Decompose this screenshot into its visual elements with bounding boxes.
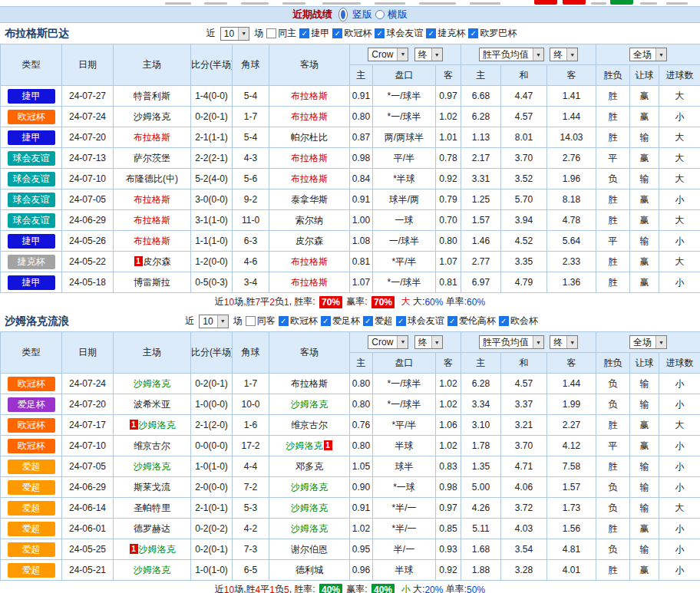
ah-home-odds: 0.84: [350, 169, 373, 189]
layout-label-horizontal[interactable]: 横版: [388, 8, 408, 21]
summary-row: 近10场,胜4平1负5, 胜率: 40% 赢率: 40% 小 大:20% 单率:…: [0, 581, 700, 593]
home-team-cell: 1沙姆洛克: [114, 539, 191, 560]
league-filter-checkbox[interactable]: ✓捷克杯: [426, 27, 465, 40]
red-card-icon: 1: [130, 544, 138, 554]
col-header-date: 日期: [62, 332, 114, 374]
league-cell: 爱超: [1, 456, 62, 477]
europe-time-select[interactable]: 终▼: [550, 48, 578, 61]
euro-away-odds: 1.44: [547, 374, 596, 394]
league-filter-checkbox[interactable]: ✓欧会杯: [499, 315, 538, 328]
match-date: 24-07-10: [62, 169, 114, 189]
checkbox-icon: ✓: [468, 28, 478, 38]
score-cell: 2-1(2-0): [191, 415, 233, 436]
result-goals: 小: [659, 231, 700, 252]
checkbox-icon: ✓: [363, 316, 373, 326]
result-wdl: 平: [596, 436, 630, 456]
result-wdl: 平: [596, 231, 630, 252]
euro-away-odds: 1.99: [547, 394, 596, 415]
europe-odds-select[interactable]: 胜平负均值▼: [479, 48, 544, 61]
odds-time-select[interactable]: 终▼: [414, 48, 443, 61]
select-value: Crow: [371, 337, 393, 348]
checkbox-icon: [266, 28, 276, 38]
home-team-cell: 布拉格斯: [114, 210, 191, 231]
same-venue-checkbox[interactable]: 同客: [246, 315, 276, 328]
ah-handicap: 两/两球半: [373, 127, 436, 148]
col-header-home: 主场: [114, 332, 191, 374]
match-row: 捷甲 24-05-18 博雷斯拉 0-5(0-3) 3-4 布拉格斯 1.07 …: [1, 272, 700, 293]
games-label: 场: [254, 27, 263, 40]
team-name: 布拉格斯: [134, 215, 170, 226]
result-goals: 小: [659, 436, 700, 456]
team-name: 帕尔杜比: [291, 132, 328, 143]
checkbox-icon: ✓: [299, 28, 309, 38]
league-filter-checkbox[interactable]: ✓球会友谊: [396, 315, 444, 328]
match-date: 24-07-20: [62, 127, 114, 148]
team-name-title: 沙姆洛克流浪: [5, 315, 69, 328]
scope-select[interactable]: 全场▼: [629, 335, 667, 349]
team-name: 布拉格斯: [291, 173, 328, 184]
summary-text: [396, 297, 401, 308]
league-badge: 捷甲: [8, 89, 55, 104]
league-filter-checkbox[interactable]: ✓爱伦高杯: [447, 315, 496, 328]
games-label: 场: [233, 315, 243, 328]
match-count-select[interactable]: 10▼: [199, 315, 228, 328]
layout-label-vertical[interactable]: 竖版: [352, 8, 372, 21]
odds-company-select[interactable]: Crow▼: [368, 48, 408, 61]
col-header-eu-away: 客: [547, 65, 596, 86]
result-handicap: 赢: [630, 252, 659, 272]
ah-home-odds: 0.80: [350, 436, 373, 456]
league-cell: 爱超: [1, 560, 62, 581]
league-filter-checkbox[interactable]: ✓爱足杯: [321, 315, 360, 328]
corner-cell: 3-4: [233, 272, 269, 293]
team-name: 沙姆洛克: [134, 565, 170, 575]
layout-radio-horizontal[interactable]: [375, 10, 385, 19]
match-row: 爱足杯 24-07-20 波希米亚 1-0(0-0) 10-0 沙姆洛克 0.8…: [1, 394, 700, 415]
match-count-value: 10: [224, 28, 234, 39]
league-cell: 爱超: [1, 519, 62, 539]
layout-radio-vertical[interactable]: [338, 8, 348, 21]
league-badge: 爱足杯: [8, 397, 55, 412]
result-goals: 小: [659, 374, 700, 394]
checkbox-icon: ✓: [321, 316, 331, 326]
league-filter-checkbox[interactable]: ✓欧冠杯: [332, 27, 371, 40]
euro-away-odds: 2.27: [547, 415, 596, 436]
col-header-goals: 进球数: [659, 353, 700, 374]
scope-select[interactable]: 全场▼: [629, 48, 667, 61]
europe-odds-select[interactable]: 胜平负均值▼: [479, 335, 544, 349]
match-row: 球会友谊 24-07-13 萨尔茨堡 2-2(2-1) 4-3 布拉格斯 0.9…: [1, 148, 700, 169]
ah-handicap: *平/半: [373, 415, 436, 436]
result-goals: 小: [659, 394, 700, 415]
near-label: 近: [185, 315, 194, 328]
ah-handicap: 平/半: [373, 148, 436, 169]
match-count-select[interactable]: 10▼: [220, 27, 249, 41]
away-team-cell: 沙姆洛克: [269, 519, 350, 539]
league-filter-checkbox[interactable]: ✓欧冠杯: [279, 315, 318, 328]
euro-draw-odds: 4.71: [501, 456, 547, 477]
league-filter-checkbox[interactable]: ✓球会友谊: [375, 27, 423, 40]
same-venue-checkbox[interactable]: 同主: [266, 27, 296, 40]
result-wdl: 胜: [596, 519, 630, 539]
league-badge: 球会友谊: [8, 151, 55, 166]
match-row: 球会友谊 24-06-29 布拉格斯 3-1(1-0) 11-0 索尔纳 1.0…: [1, 210, 700, 231]
corner-cell: 4-6: [233, 252, 269, 272]
corner-cell: 5-6: [233, 169, 269, 189]
league-filter-checkbox[interactable]: ✓爱超: [363, 315, 393, 328]
league-filter-checkbox[interactable]: ✓欧罗巴杯: [468, 27, 517, 40]
matches-tbody: 欧冠杯 24-07-24 沙姆洛克 0-2(0-1) 1-7 布拉格斯 0.80…: [1, 374, 700, 581]
odds-company-select[interactable]: Crow▼: [368, 335, 408, 349]
score-cell: 2-2(2-1): [191, 148, 233, 169]
result-wdl: 胜: [596, 86, 630, 107]
summary-text: 场,胜: [234, 295, 255, 308]
league-badge: 欧冠杯: [8, 110, 55, 124]
away-team-cell: 沙姆洛克: [269, 498, 350, 519]
team-name: 布拉格斯: [291, 277, 328, 288]
score-cell: 1-1(1-0): [191, 231, 233, 252]
league-filter-checkbox[interactable]: ✓捷甲: [299, 27, 329, 40]
odds-time-select[interactable]: 终▼: [414, 335, 443, 349]
europe-time-select[interactable]: 终▼: [550, 335, 578, 349]
dropdown-arrow-icon: ▼: [431, 48, 442, 61]
euro-home-odds: 1.68: [461, 539, 501, 560]
result-wdl: 负: [596, 477, 630, 498]
score-cell: 1-4(0-0): [191, 86, 233, 107]
result-handicap: 赢: [630, 436, 659, 456]
